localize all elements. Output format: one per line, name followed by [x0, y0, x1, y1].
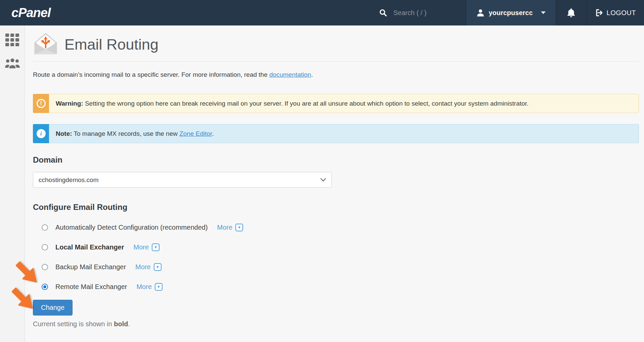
logout-icon: [595, 9, 603, 17]
domain-selected-value: cchostingdemos.com: [39, 176, 98, 184]
note-callout: i Note: To manage MX records, use the ne…: [33, 124, 639, 143]
exclamation-icon: !: [37, 99, 46, 108]
chevron-down-icon: [541, 11, 546, 14]
configure-routing-heading: Configure Email Routing: [33, 203, 639, 212]
domain-heading: Domain: [33, 155, 639, 165]
footnote-text: Current setting is shown in: [33, 320, 114, 328]
warning-callout: ! Warning: Setting the wrong option here…: [33, 94, 639, 113]
option-remote-mx: Remote Mail Exchanger More ▼: [42, 280, 639, 293]
email-routing-icon: [33, 32, 58, 57]
more-remote-mx[interactable]: More ▼: [136, 283, 163, 291]
top-navbar: cPanel Search ( / ) yourcpusercc: [0, 0, 644, 25]
routing-options: Automatically Detect Configuration (reco…: [33, 221, 639, 293]
warning-body: Setting the wrong option here can break …: [83, 100, 528, 107]
bell-icon: [567, 8, 576, 17]
warning-text: Warning: Setting the wrong option here c…: [49, 97, 535, 111]
current-setting-note: Current setting is shown in bold.: [33, 320, 639, 328]
note-text: Note: To manage MX records, use the new …: [49, 127, 221, 141]
main-content: Email Routing Route a domain’s incoming …: [25, 32, 644, 328]
more-dropdown-icon: ▼: [152, 243, 159, 251]
more-label: More: [136, 283, 152, 291]
footnote-period: .: [128, 320, 130, 328]
logout-button[interactable]: LOGOUT: [586, 0, 644, 25]
note-period: .: [212, 130, 214, 137]
footnote-bold: bold: [114, 320, 128, 328]
note-color-block: i: [33, 124, 49, 143]
more-backup-mx[interactable]: More ▼: [135, 263, 162, 271]
option-local-mx: Local Mail Exchanger More ▼: [42, 240, 639, 254]
radio-local-mx[interactable]: [42, 244, 48, 250]
more-auto-detect[interactable]: More ▼: [217, 224, 243, 231]
note-label: Note:: [56, 130, 72, 137]
warning-color-block: !: [33, 94, 49, 113]
more-dropdown-icon: ▼: [155, 283, 163, 291]
apps-grid-icon[interactable]: [5, 34, 19, 47]
option-label: Local Mail Exchanger: [55, 243, 124, 251]
notifications-button[interactable]: [556, 0, 586, 25]
option-label: Automatically Detect Configuration (reco…: [55, 224, 208, 231]
more-local-mx[interactable]: More ▼: [134, 243, 160, 251]
option-label: Remote Mail Exchanger: [55, 283, 127, 291]
page-header: Email Routing: [33, 32, 639, 57]
page-description: Route a domain’s incoming mail to a spec…: [33, 71, 639, 78]
more-label: More: [217, 224, 233, 231]
user-manager-icon[interactable]: [5, 58, 20, 69]
more-dropdown-icon: ▼: [154, 263, 162, 271]
search-icon: [379, 9, 387, 17]
username-label: yourcpusercc: [489, 9, 533, 17]
warning-label: Warning:: [56, 100, 83, 107]
option-auto-detect: Automatically Detect Configuration (reco…: [42, 221, 639, 234]
search-bar[interactable]: Search ( / ): [379, 0, 426, 25]
more-dropdown-icon: ▼: [235, 224, 243, 231]
search-placeholder: Search ( / ): [393, 9, 426, 17]
cpanel-logo: cPanel: [11, 6, 51, 20]
page-title: Email Routing: [64, 36, 158, 53]
documentation-link[interactable]: documentation: [269, 71, 311, 78]
user-icon: [476, 9, 485, 17]
info-icon: i: [37, 129, 46, 138]
description-text: Route a domain’s incoming mail to a spec…: [33, 71, 269, 78]
change-button[interactable]: Change: [33, 300, 73, 316]
radio-backup-mx[interactable]: [42, 264, 48, 270]
logout-label: LOGOUT: [607, 9, 636, 17]
user-menu[interactable]: yourcpusercc: [466, 0, 556, 25]
radio-remote-mx[interactable]: [42, 284, 48, 290]
description-period: .: [311, 71, 313, 78]
more-label: More: [135, 263, 151, 271]
domain-select[interactable]: cchostingdemos.com: [33, 172, 332, 188]
header-divider: [33, 61, 639, 62]
more-label: More: [134, 243, 149, 251]
radio-auto-detect[interactable]: [42, 224, 48, 231]
option-label: Backup Mail Exchanger: [55, 263, 126, 271]
select-chevron-icon: [320, 178, 326, 182]
zone-editor-link[interactable]: Zone Editor: [179, 130, 212, 137]
note-body: To manage MX records, use the new: [72, 130, 180, 137]
option-backup-mx: Backup Mail Exchanger More ▼: [42, 260, 639, 274]
